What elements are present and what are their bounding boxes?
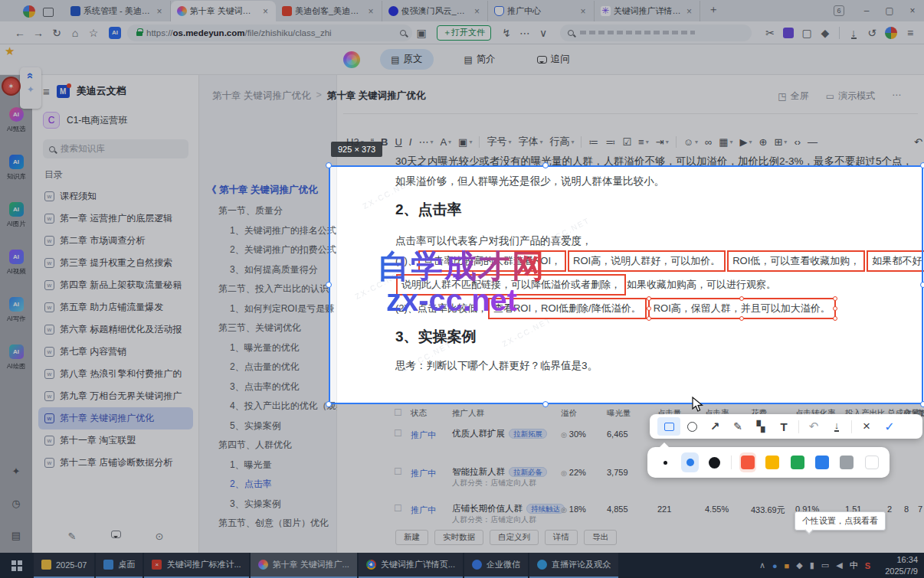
size-small[interactable] [657, 452, 673, 472]
confirm-tool[interactable]: ✓ [878, 417, 901, 436]
color-swatch[interactable] [739, 452, 756, 472]
capture-toolbar: ↗✎▚T↶↓×✓ [650, 414, 922, 439]
swatch-color [741, 456, 755, 469]
color-swatch[interactable] [789, 452, 806, 472]
cancel-tool[interactable]: × [855, 417, 878, 436]
selection-handle[interactable] [542, 401, 549, 407]
toolbar-divider [851, 420, 852, 433]
swatch-color [765, 456, 779, 469]
color-swatch[interactable] [814, 452, 831, 472]
color-swatch[interactable] [838, 452, 855, 472]
ellipse-tool[interactable] [680, 417, 703, 436]
text-tool[interactable]: T [772, 417, 795, 436]
save-icon: ↓ [834, 421, 840, 432]
selection-size-label: 925 × 373 [331, 142, 382, 157]
rectangle-tool[interactable] [657, 417, 680, 436]
text-icon: T [780, 420, 787, 433]
color-swatch[interactable] [863, 452, 880, 472]
selection-handle[interactable] [920, 401, 924, 407]
arrow-tool[interactable]: ↗ [703, 417, 726, 436]
dim-overlay [0, 0, 924, 165]
swatch-color [865, 456, 879, 469]
size-large[interactable] [706, 452, 723, 472]
size-dot [664, 461, 667, 465]
dim-overlay [0, 165, 329, 404]
toolbar-divider [798, 420, 799, 433]
save-tool[interactable]: ↓ [825, 417, 848, 436]
settings-tooltip: 个性设置，点我看看 [795, 511, 886, 531]
swatch-color [840, 456, 854, 469]
selection-handle[interactable] [920, 162, 924, 168]
rectangle-icon [664, 423, 674, 431]
confirm-icon: ✓ [884, 420, 894, 434]
arrow-icon: ↗ [710, 420, 720, 433]
mouse-cursor [692, 397, 704, 413]
color-swatch[interactable] [764, 452, 781, 472]
swatch-color [815, 456, 829, 469]
selection-handle[interactable] [920, 282, 924, 288]
selection-handle[interactable] [326, 401, 332, 407]
pen-tool[interactable]: ✎ [726, 417, 749, 436]
mosaic-icon: ▚ [757, 420, 765, 433]
capture-palette [647, 447, 890, 478]
swatch-color [791, 456, 804, 469]
capture-selection-box[interactable] [329, 165, 923, 404]
cancel-icon: × [863, 419, 870, 434]
pen-icon: ✎ [733, 420, 742, 433]
undo-tool[interactable]: ↶ [802, 417, 825, 436]
undo-icon: ↶ [809, 420, 819, 433]
selection-handle[interactable] [326, 282, 332, 288]
size-dot [686, 459, 694, 466]
size-dot [709, 457, 720, 469]
selection-handle[interactable] [326, 162, 332, 168]
ellipse-icon [687, 422, 697, 432]
palette-divider [731, 456, 732, 469]
selection-handle[interactable] [542, 162, 549, 168]
size-medium[interactable] [681, 452, 698, 472]
mosaic-tool[interactable]: ▚ [749, 417, 772, 436]
